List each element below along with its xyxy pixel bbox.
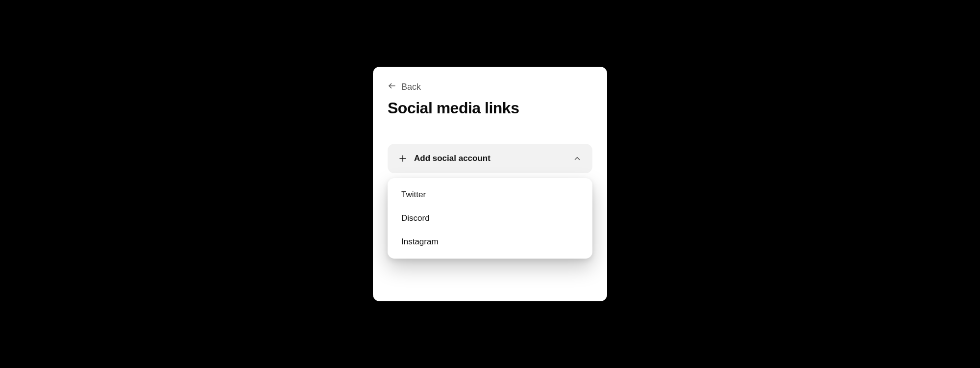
- arrow-left-icon: [388, 81, 396, 92]
- option-twitter[interactable]: Twitter: [388, 183, 592, 207]
- back-label: Back: [401, 82, 421, 92]
- chevron-up-icon: [573, 154, 582, 163]
- social-media-panel: Back Social media links Add social accou…: [373, 67, 607, 301]
- plus-icon: [398, 154, 407, 163]
- back-button[interactable]: Back: [388, 81, 592, 92]
- social-options-dropdown: Twitter Discord Instagram: [388, 178, 592, 259]
- add-social-select-trigger[interactable]: Add social account: [388, 144, 592, 173]
- option-discord[interactable]: Discord: [388, 207, 592, 230]
- add-social-label: Add social account: [414, 154, 573, 163]
- page-title: Social media links: [388, 99, 592, 117]
- add-social-select-container: Add social account Twitter Discord Insta…: [388, 144, 592, 173]
- option-instagram[interactable]: Instagram: [388, 230, 592, 254]
